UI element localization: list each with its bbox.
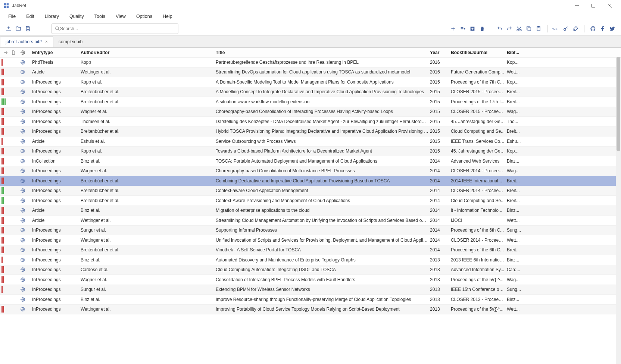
new-entry-type-button[interactable] (458, 24, 468, 34)
web-link-icon[interactable] (20, 208, 31, 213)
table-row[interactable]: InProceedingsWagner et al.Consolidation … (0, 275, 621, 285)
copy-button[interactable] (524, 24, 534, 34)
maximize-button[interactable] (585, 0, 602, 11)
generate-key-button[interactable] (561, 24, 571, 34)
menu-quality[interactable]: Quality (64, 12, 89, 21)
table-row[interactable]: InProceedingsWagner et al.Choreography-b… (0, 107, 621, 117)
menu-help[interactable]: Help (157, 12, 178, 21)
web-link-icon[interactable] (20, 257, 31, 263)
web-link-icon[interactable] (20, 287, 31, 292)
menu-file[interactable]: File (3, 12, 21, 21)
new-entry-plain-button[interactable] (468, 24, 477, 34)
table-row[interactable]: InProceedingsSungur et al.Supporting Inf… (0, 226, 621, 236)
column-entrytype[interactable]: Entrytype (31, 50, 79, 55)
row-marker (0, 206, 11, 216)
menu-library[interactable]: Library (40, 12, 64, 21)
web-link-icon[interactable] (20, 109, 31, 114)
menu-options[interactable]: Options (131, 12, 157, 21)
web-link-icon[interactable] (20, 129, 31, 134)
table-row[interactable]: PhdThesisKoppPartnerübergreifende Geschä… (0, 57, 621, 68)
table-row[interactable]: InProceedingsBreitenbücher et al.Vinothe… (0, 245, 621, 255)
search-input[interactable] (60, 26, 175, 31)
new-library-button[interactable] (4, 24, 13, 34)
library-tab[interactable]: complex.bib (53, 36, 88, 47)
tab-close-icon[interactable]: × (45, 39, 48, 44)
column-title[interactable]: Title (214, 50, 428, 55)
web-link-icon[interactable] (20, 60, 31, 65)
web-link-icon[interactable] (20, 228, 31, 233)
github-button[interactable] (588, 24, 598, 34)
web-link-icon[interactable] (20, 307, 31, 312)
library-tab[interactable]: jabref-authors.bib*× (0, 36, 53, 47)
web-link-icon[interactable] (20, 198, 31, 203)
table-row[interactable]: InCollectionBinz et al.TOSCA: Portable A… (0, 156, 621, 166)
table-row[interactable]: InProceedingsBreitenbücher et al.Combini… (0, 176, 621, 186)
table-row[interactable]: InProceedingsWagner et al.Choreography-b… (0, 166, 621, 176)
table-row[interactable]: InProceedingsThomsen et al.Darstellung d… (0, 117, 621, 127)
table-row[interactable]: ArticleBinz et al.Migration of enterpris… (0, 206, 621, 216)
web-link-icon[interactable] (20, 218, 31, 223)
web-link-icon[interactable] (20, 188, 31, 193)
table-row[interactable]: InProceedingsBinz et al.Improve Resource… (0, 295, 621, 305)
push-to-tex-button[interactable]: TEX (551, 24, 561, 34)
table-row[interactable]: InProceedingsBreitenbücher et al.A Model… (0, 87, 621, 97)
open-library-button[interactable] (13, 24, 23, 34)
table-row[interactable]: InProceedingsBreitenbücher et al.Context… (0, 186, 621, 196)
delete-entry-button[interactable] (477, 24, 487, 34)
facebook-button[interactable] (598, 24, 608, 34)
cleanup-button[interactable] (571, 24, 580, 34)
table-row[interactable]: InProceedingsSungur et al.Extending BPMN… (0, 285, 621, 295)
vertical-scrollbar[interactable] (616, 57, 621, 364)
web-link-icon[interactable] (20, 69, 31, 75)
paste-button[interactable] (534, 24, 543, 34)
web-link-icon[interactable] (20, 267, 31, 272)
table-row[interactable]: InProceedingsCardoso et al.Cloud Computi… (0, 265, 621, 275)
web-link-icon[interactable] (20, 247, 31, 252)
web-link-icon[interactable] (20, 277, 31, 282)
table-row[interactable]: InProceedingsBreitenbücher et al.A situa… (0, 97, 621, 107)
booktitle-cell: Proceedings of the 17th I... (449, 99, 505, 104)
table-row[interactable]: InProceedingsKopp et al.A Domain-Specifi… (0, 77, 621, 87)
menu-view[interactable]: View (110, 12, 131, 21)
web-link-icon[interactable] (20, 139, 31, 144)
web-link-icon[interactable] (20, 148, 31, 154)
minimize-button[interactable] (569, 0, 585, 11)
search-box[interactable] (52, 23, 178, 34)
redo-button[interactable] (505, 24, 514, 34)
web-link-icon[interactable] (20, 168, 31, 173)
column-file[interactable] (11, 50, 20, 55)
twitter-button[interactable] (608, 24, 617, 34)
close-button[interactable] (602, 0, 618, 11)
table-row[interactable]: ArticleEshuis et al.Service Outsourcing … (0, 136, 621, 147)
table-row[interactable]: InProceedingsKopp et al.Towards a Cloud-… (0, 147, 621, 157)
table-row[interactable]: InProceedingsWettinger et al.Unified Inv… (0, 235, 621, 245)
year-cell: 2013 (428, 297, 449, 302)
column-booktitle[interactable]: Booktitle/Journal (449, 50, 505, 55)
web-link-icon[interactable] (20, 238, 31, 243)
web-link-icon[interactable] (20, 89, 31, 94)
column-bibtexkey[interactable]: Bibt... (505, 50, 524, 55)
table-row[interactable]: ArticleWettinger et al.Streamlining DevO… (0, 68, 621, 78)
web-link-icon[interactable] (20, 79, 31, 85)
table-row[interactable]: ArticleWettinger et al.Streamlining Clou… (0, 216, 621, 226)
menu-tools[interactable]: Tools (89, 12, 110, 21)
undo-button[interactable] (495, 24, 505, 34)
table-row[interactable]: InProceedingsWettinger et al.Improving P… (0, 305, 621, 315)
web-link-icon[interactable] (20, 159, 31, 164)
web-link-icon[interactable] (20, 297, 31, 302)
table-row[interactable]: InProceedingsBreitenbücher et al.Hybrid … (0, 127, 621, 137)
column-marker[interactable] (0, 50, 11, 55)
column-web[interactable] (20, 50, 31, 55)
web-link-icon[interactable] (20, 99, 31, 104)
scrollbar-thumb[interactable] (617, 57, 620, 151)
table-row[interactable]: InProceedingsBinz et al.Automated Discov… (0, 255, 621, 265)
column-author[interactable]: Author/Editor (79, 50, 214, 55)
column-year[interactable]: Year (428, 50, 449, 55)
new-entry-button[interactable] (448, 24, 458, 34)
menu-edit[interactable]: Edit (21, 12, 40, 21)
cut-button[interactable] (514, 24, 524, 34)
save-button[interactable] (23, 24, 33, 34)
web-link-icon[interactable] (20, 119, 31, 124)
web-link-icon[interactable] (20, 178, 31, 183)
table-row[interactable]: InProceedingsBreitenbücher et al.Context… (0, 196, 621, 206)
